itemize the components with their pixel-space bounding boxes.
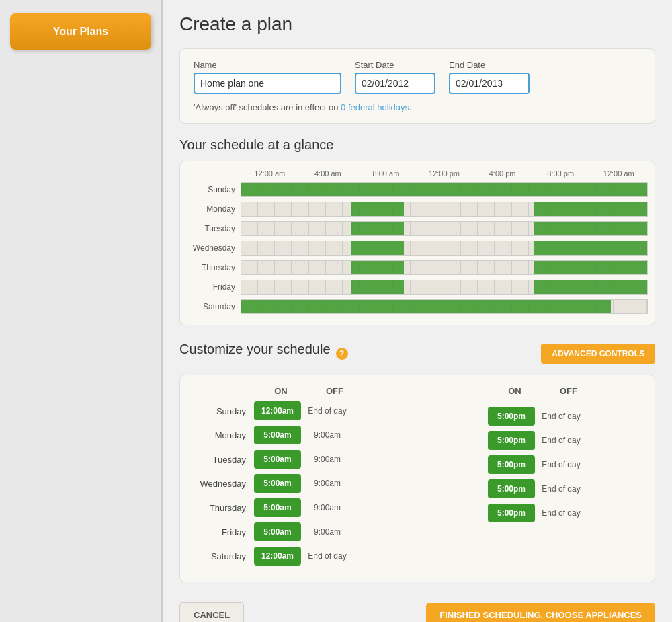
time-axis-label: 4:00 pm (473, 169, 532, 178)
chart-bar-area (241, 260, 648, 275)
left-schedule-table: ON OFF Sunday12:00amEnd of dayMonday5:00… (194, 386, 407, 571)
customize-section: ON OFF Sunday12:00amEnd of dayMonday5:00… (179, 375, 655, 582)
customize-title: Customize your schedule (179, 342, 331, 357)
chart-bar-area (241, 280, 648, 295)
table-row: Wednesday5:00am9:00am (194, 474, 407, 493)
row-day-label: Wednesday (194, 479, 254, 489)
start-date-input[interactable] (355, 73, 435, 94)
time-axis-label: 12:00 pm (415, 169, 474, 178)
chart-day-label: Thursday (187, 263, 241, 272)
off-time-text: End of day (538, 460, 585, 469)
chart-row: Monday (187, 200, 648, 219)
chart-day-label: Saturday (187, 302, 241, 311)
on-time-button[interactable]: 5:00am (254, 522, 301, 541)
help-icon[interactable]: ? (336, 348, 348, 360)
schedule-chart: 12:00 am4:00 am8:00 am12:00 pm4:00 pm8:0… (179, 161, 655, 325)
name-input[interactable] (194, 73, 341, 94)
green-bar (534, 280, 647, 294)
right-off-header: OFF (542, 386, 595, 396)
chart-row: Thursday (187, 258, 648, 277)
table-row: Sunday12:00amEnd of day (194, 401, 407, 420)
end-date-input[interactable] (449, 73, 530, 94)
on-time-button[interactable]: 12:00am (254, 401, 301, 420)
customize-grid: ON OFF Sunday12:00amEnd of dayMonday5:00… (194, 386, 641, 571)
plan-form-section: Name Start Date End Date 'Always off' sc… (179, 48, 655, 124)
row-day-label: Saturday (194, 551, 254, 561)
table-row: Thursday5:00am9:00am (194, 498, 407, 517)
on-time-button[interactable]: 5:00am (254, 450, 301, 469)
chart-row: Sunday (187, 180, 648, 199)
row-day-label: Thursday (194, 503, 254, 513)
time-axis-label: 8:00 pm (532, 169, 590, 178)
table-row: 5:00pmEnd of day (427, 407, 641, 426)
sidebar: Your Plans (0, 0, 161, 622)
table-row: 5:00pmEnd of day (427, 479, 641, 498)
green-bar (241, 183, 647, 196)
green-bar (534, 241, 647, 255)
time-axis-label: 4:00 am (299, 169, 358, 178)
row-day-label: Friday (194, 527, 254, 537)
chart-day-label: Tuesday (187, 224, 241, 233)
on-time-button[interactable]: 5:00am (254, 426, 301, 444)
table-row: Monday5:00am9:00am (194, 426, 407, 444)
table-row: Saturday12:00amEnd of day (194, 547, 407, 566)
cancel-button[interactable]: CANCEL (179, 602, 244, 622)
advanced-controls-button[interactable]: ADVANCED CONTROLS (541, 344, 655, 364)
chart-day-label: Monday (187, 204, 241, 214)
off-time-text: 9:00am (304, 479, 351, 488)
on-time-button[interactable]: 12:00am (254, 547, 301, 566)
start-date-group: Start Date (355, 60, 435, 94)
table-row: 5:00pmEnd of day (427, 431, 641, 450)
finished-button[interactable]: FINISHED SCHEDULING, CHOOSE APPLIANCES (426, 603, 655, 622)
chart-bar-area (241, 221, 648, 236)
right-schedule-table: ON OFF 5:00pmEnd of day5:00pmEnd of day5… (427, 386, 641, 571)
right-on-header: ON (488, 386, 542, 396)
off-time-text: End of day (538, 508, 585, 518)
holidays-link[interactable]: 0 federal holidays (341, 102, 409, 112)
time-axis-label: 8:00 am (357, 169, 415, 178)
off-time-text: 9:00am (304, 503, 351, 512)
customize-header: Customize your schedule ? ADVANCED CONTR… (179, 342, 655, 365)
table-row: 5:00pmEnd of day (427, 455, 641, 474)
on-time-button[interactable]: 5:00am (254, 474, 301, 493)
off-time-text: 9:00am (304, 430, 351, 440)
schedule-glance-title: Your schedule at a glance (179, 137, 655, 153)
off-time-text: End of day (538, 484, 585, 494)
chart-row: Friday (187, 278, 648, 297)
green-bar (351, 280, 404, 294)
table-row: Friday5:00am9:00am (194, 522, 407, 541)
customize-title-row: Customize your schedule ? (179, 342, 348, 365)
your-plans-button[interactable]: Your Plans (10, 13, 151, 50)
on-time-button[interactable]: 5:00pm (488, 407, 535, 426)
time-axis: 12:00 am4:00 am8:00 am12:00 pm4:00 pm8:0… (241, 169, 648, 178)
name-field-group: Name (194, 60, 341, 94)
off-time-text: End of day (538, 436, 585, 445)
on-time-button[interactable]: 5:00am (254, 498, 301, 517)
on-time-button[interactable]: 5:00pm (488, 431, 535, 450)
green-bar (351, 222, 404, 235)
on-time-button[interactable]: 5:00pm (488, 455, 535, 474)
on-time-button[interactable]: 5:00pm (488, 479, 535, 498)
green-bar (534, 261, 647, 274)
time-axis-label: 12:00 am (589, 169, 648, 178)
left-on-header: ON (254, 386, 308, 396)
left-off-header: OFF (308, 386, 362, 396)
chart-row: Saturday (187, 297, 648, 316)
chart-day-label: Friday (187, 282, 241, 292)
start-date-label: Start Date (355, 60, 435, 70)
left-table-header: ON OFF (194, 386, 407, 396)
name-label: Name (194, 60, 341, 70)
right-table-header: ON OFF (427, 386, 641, 396)
bottom-bar: CANCEL FINISHED SCHEDULING, CHOOSE APPLI… (179, 596, 655, 622)
chart-inner: 12:00 am4:00 am8:00 am12:00 pm4:00 pm8:0… (187, 169, 648, 316)
off-time-text: 9:00am (304, 527, 351, 537)
chart-day-label: Wednesday (187, 243, 241, 253)
off-time-text: End of day (538, 412, 585, 421)
chart-bar-area (241, 182, 648, 197)
green-bar (241, 300, 611, 313)
on-time-button[interactable]: 5:00pm (488, 504, 535, 522)
time-axis-label: 12:00 am (241, 169, 299, 178)
chart-bar-area (241, 241, 648, 256)
green-bar (351, 241, 404, 255)
chart-row: Tuesday (187, 219, 648, 238)
